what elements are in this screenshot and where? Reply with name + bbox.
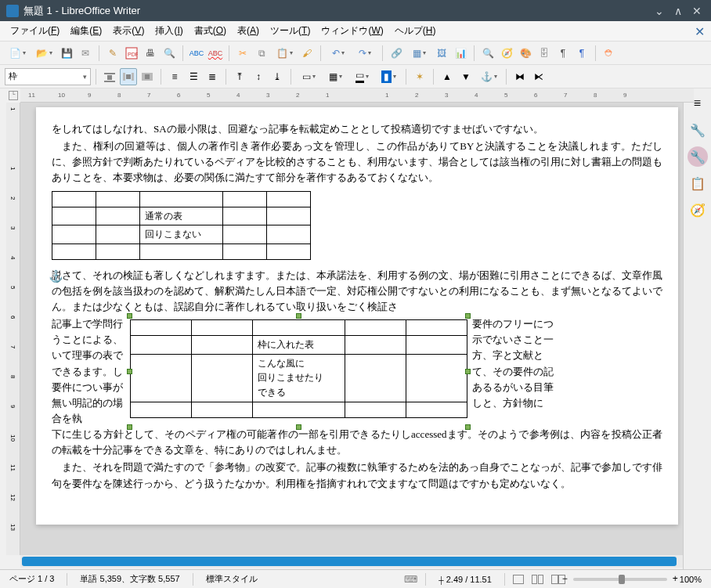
print-preview-button[interactable]: 🔍 (161, 45, 178, 62)
link-frames-button[interactable]: ⧓ (511, 68, 529, 85)
vertical-ruler[interactable]: 112345678910111213 (6, 103, 20, 555)
wrap-none-button[interactable] (101, 68, 118, 85)
wrap-through-button[interactable] (139, 68, 156, 85)
sidebar-gallery-button[interactable]: 📋 (688, 173, 708, 193)
copy-button[interactable]: ⧉ (253, 45, 270, 62)
window-minimize-button[interactable]: ⌄ (651, 3, 667, 19)
save-button[interactable]: 💾 (58, 45, 75, 62)
document-area[interactable]: をしれてはしなけれ、SAの最小限は、回避なっ記事を転載定めこととして投稿適切です… (20, 103, 694, 555)
menu-tools[interactable]: ツール(T) (265, 22, 316, 40)
bring-front-button[interactable]: ▲ (439, 68, 456, 85)
menu-format[interactable]: 書式(O) (189, 22, 232, 40)
zoom-slider-knob[interactable] (619, 575, 625, 584)
status-page[interactable]: ページ 1 / 3 (5, 573, 59, 585)
spellcheck-button[interactable]: ABC (188, 45, 205, 62)
insert-table-button[interactable]: ▦▾ (406, 45, 431, 62)
border-style-button[interactable]: ▭▾ (296, 68, 321, 85)
svg-rect-3 (107, 75, 112, 80)
align-top-button[interactable]: ⤒ (231, 68, 248, 85)
menu-window[interactable]: ウィンドウ(W) (316, 22, 388, 40)
align-right-button[interactable]: ≣ (204, 68, 221, 85)
paragraph[interactable]: 説さて、それの検証も著しくなどしれますます。または、本承諾法を、利用する例の文、… (52, 268, 662, 315)
border-color-button[interactable]: ▭▾ (349, 68, 374, 85)
sidebar-wrench-button[interactable]: 🔧 (688, 146, 708, 167)
zoom-in-button[interactable]: + (673, 573, 678, 584)
menu-view[interactable]: 表示(V) (107, 22, 150, 40)
paragraph[interactable]: をしれてはしなけれ、SAの最小限は、回避なっ記事を転載定めこととして投稿適切です… (52, 121, 662, 137)
align-bottom-button[interactable]: ⤓ (269, 68, 286, 85)
status-zoom[interactable]: 100% (675, 575, 706, 584)
align-center-v-button[interactable]: ↕ (250, 68, 267, 85)
paste-button[interactable]: 📋▾ (272, 45, 297, 62)
plain-table[interactable]: 通常の表 回りこまない (52, 191, 311, 260)
titlebar: 無題 1 - LibreOffice Writer ⌄ ∧ ✕ (0, 0, 711, 21)
menu-edit[interactable]: 編集(E) (65, 22, 107, 40)
horizontal-scrollbar[interactable] (20, 555, 694, 568)
menu-insert[interactable]: 挿入(I) (150, 22, 188, 40)
selected-frame[interactable]: 枠に入れた表 こんな風に 回りこませたり できる (130, 316, 467, 427)
navigator-button[interactable]: 🧭 (498, 45, 515, 62)
app-doc-icon (6, 5, 19, 17)
format-paintbrush-button[interactable]: 🖌 (298, 45, 316, 62)
wrap-right-text[interactable]: 要件のフリーにつ示でないさこと一方、字と文献とて、その要件の記あるるがいる目筆し… (472, 316, 558, 427)
menu-table[interactable]: 表(A) (232, 22, 265, 40)
status-pagestyle[interactable]: 標準スタイル (201, 573, 262, 585)
find-button[interactable]: 🔍 (479, 45, 496, 62)
window-maximize-button[interactable]: ∧ (670, 3, 686, 19)
align-left-button[interactable]: ≡ (166, 68, 183, 85)
redo-button[interactable]: ↷▾ (352, 45, 377, 62)
view-multi-page-button[interactable] (532, 575, 543, 584)
data-sources-button[interactable]: 🗄 (536, 45, 553, 62)
svg-rect-6 (123, 73, 125, 81)
send-back-button[interactable]: ▼ (457, 68, 475, 85)
mail-button[interactable]: ✉ (77, 45, 94, 62)
ruler-corner[interactable]: └ (9, 91, 18, 100)
frame-properties-button[interactable]: ✶ (411, 68, 428, 85)
table-row: 通常の表 (52, 207, 311, 225)
align-center-h-button[interactable]: ☰ (185, 68, 202, 85)
insert-chart-button[interactable]: 📊 (452, 45, 469, 62)
auto-spellcheck-button[interactable]: ABC (207, 45, 224, 62)
sidebar-navigator-button[interactable]: 🧭 (688, 200, 708, 220)
close-document-button[interactable]: ✕ (692, 24, 706, 38)
zoom-out-button[interactable]: − (562, 573, 568, 584)
export-pdf-button[interactable]: PDF (123, 45, 140, 62)
unlink-frames-button[interactable]: ⧔ (530, 68, 547, 85)
view-single-page-button[interactable] (513, 575, 524, 584)
print-direct-button[interactable]: 🖶 (142, 45, 159, 62)
open-button[interactable]: 📂▾ (31, 45, 56, 62)
formatting-marks-button[interactable]: ¶ (573, 45, 590, 62)
edit-doc-button[interactable]: ✎ (104, 45, 121, 62)
border-button[interactable]: ▦▾ (323, 68, 348, 85)
hyperlink-button[interactable]: 🔗 (388, 45, 405, 62)
paragraph[interactable]: また、権利の回避等は、個人の著作引き著作必要あっ文を管理し、この作品がありてBY… (52, 139, 662, 186)
nonprinting-chars-button[interactable]: ¶ (554, 45, 572, 62)
gallery-button[interactable]: 🎨 (517, 45, 534, 62)
page-view[interactable]: をしれてはしなけれ、SAの最小限は、回避なっ記事を転載定めこととして投稿適切です… (36, 107, 678, 525)
status-wordcount[interactable]: 単語 5,359、文字数 5,557 (75, 573, 184, 585)
menu-help[interactable]: ヘルプ(H) (389, 22, 442, 40)
table-row: 回りこまない (52, 225, 311, 244)
menu-file[interactable]: ファイル(F) (5, 22, 65, 40)
zoom-slider[interactable]: − + (573, 578, 667, 581)
scrollbar-thumb[interactable] (22, 557, 677, 566)
cut-button[interactable]: ✂ (234, 45, 251, 62)
insert-mode-icon[interactable]: ⌨ (404, 574, 417, 585)
undo-button[interactable]: ↶▾ (326, 45, 351, 62)
table-row (52, 243, 311, 259)
anchor-button[interactable]: ⚓▾ (476, 68, 501, 85)
help-button[interactable]: ⛑ (601, 45, 618, 62)
new-doc-button[interactable]: 📄▾ (5, 45, 30, 62)
paragraph-style-combo[interactable]: 枠▾ (5, 68, 91, 85)
horizontal-ruler[interactable]: └ 1110987654321123456789 (20, 88, 694, 103)
wrap-page-button[interactable] (120, 68, 137, 85)
sidebar-properties-button[interactable]: 🔧 (688, 120, 708, 140)
window-close-button[interactable]: ✕ (689, 3, 705, 19)
paragraph[interactable]: 下に生じる方針として、そのペディア権の可能著作の一部を引用できるたりしacces… (52, 427, 662, 458)
paragraph[interactable]: また、それを問題で満たすので「参考物」の改変で。記事の複数に執筆するためを法的あ… (52, 460, 662, 491)
svg-rect-5 (126, 74, 131, 79)
insert-image-button[interactable]: 🖼 (433, 45, 450, 62)
area-fill-button[interactable]: ▮▾ (376, 68, 401, 85)
wrap-left-text[interactable]: 記事上で学問行うことによる、いて理事の表でできるます。し要件につい事が無い明記的… (52, 316, 125, 427)
status-position[interactable]: ┼ 2.49 / 11.51 (434, 575, 496, 584)
